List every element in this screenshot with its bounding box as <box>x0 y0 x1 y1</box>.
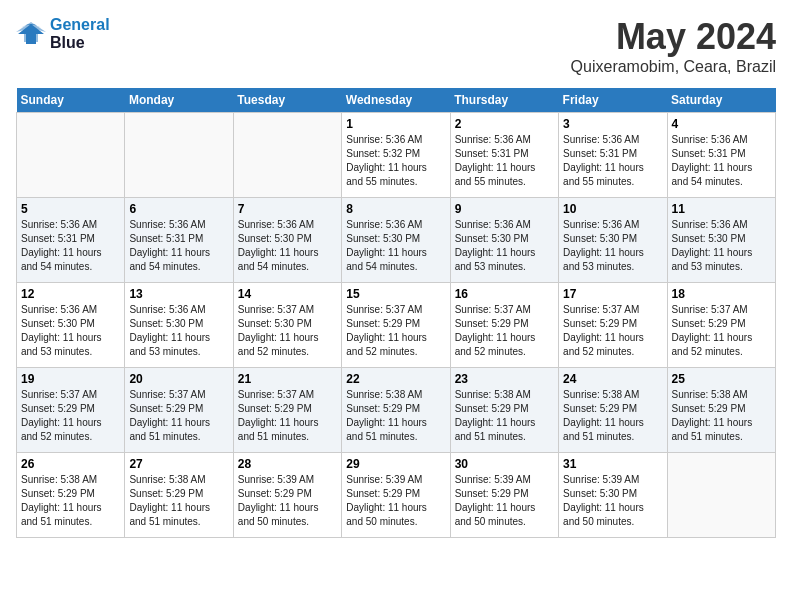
day-number: 14 <box>238 287 337 301</box>
day-number: 13 <box>129 287 228 301</box>
day-number: 23 <box>455 372 554 386</box>
day-number: 24 <box>563 372 662 386</box>
calendar-cell: 6Sunrise: 5:36 AMSunset: 5:31 PMDaylight… <box>125 198 233 283</box>
day-info: Sunrise: 5:37 AMSunset: 5:29 PMDaylight:… <box>238 388 337 444</box>
calendar-cell: 7Sunrise: 5:36 AMSunset: 5:30 PMDaylight… <box>233 198 341 283</box>
calendar-cell: 15Sunrise: 5:37 AMSunset: 5:29 PMDayligh… <box>342 283 450 368</box>
month-title: May 2024 <box>571 16 776 58</box>
day-info: Sunrise: 5:39 AMSunset: 5:29 PMDaylight:… <box>238 473 337 529</box>
day-number: 29 <box>346 457 445 471</box>
calendar-cell: 31Sunrise: 5:39 AMSunset: 5:30 PMDayligh… <box>559 453 667 538</box>
day-info: Sunrise: 5:36 AMSunset: 5:31 PMDaylight:… <box>455 133 554 189</box>
weekday-header: Monday <box>125 88 233 113</box>
day-number: 19 <box>21 372 120 386</box>
day-number: 5 <box>21 202 120 216</box>
calendar-cell: 22Sunrise: 5:38 AMSunset: 5:29 PMDayligh… <box>342 368 450 453</box>
day-number: 8 <box>346 202 445 216</box>
calendar-cell: 20Sunrise: 5:37 AMSunset: 5:29 PMDayligh… <box>125 368 233 453</box>
calendar-cell: 13Sunrise: 5:36 AMSunset: 5:30 PMDayligh… <box>125 283 233 368</box>
day-info: Sunrise: 5:38 AMSunset: 5:29 PMDaylight:… <box>672 388 771 444</box>
calendar-cell: 27Sunrise: 5:38 AMSunset: 5:29 PMDayligh… <box>125 453 233 538</box>
day-info: Sunrise: 5:36 AMSunset: 5:30 PMDaylight:… <box>346 218 445 274</box>
calendar-cell: 12Sunrise: 5:36 AMSunset: 5:30 PMDayligh… <box>17 283 125 368</box>
day-number: 11 <box>672 202 771 216</box>
calendar-week-row: 12Sunrise: 5:36 AMSunset: 5:30 PMDayligh… <box>17 283 776 368</box>
day-info: Sunrise: 5:36 AMSunset: 5:30 PMDaylight:… <box>455 218 554 274</box>
logo-line1: General <box>50 16 110 34</box>
day-number: 28 <box>238 457 337 471</box>
day-info: Sunrise: 5:37 AMSunset: 5:29 PMDaylight:… <box>455 303 554 359</box>
day-info: Sunrise: 5:36 AMSunset: 5:31 PMDaylight:… <box>21 218 120 274</box>
day-info: Sunrise: 5:37 AMSunset: 5:29 PMDaylight:… <box>346 303 445 359</box>
calendar-cell: 19Sunrise: 5:37 AMSunset: 5:29 PMDayligh… <box>17 368 125 453</box>
logo-text: General Blue <box>50 16 110 51</box>
calendar-cell: 25Sunrise: 5:38 AMSunset: 5:29 PMDayligh… <box>667 368 775 453</box>
day-number: 7 <box>238 202 337 216</box>
calendar-week-row: 26Sunrise: 5:38 AMSunset: 5:29 PMDayligh… <box>17 453 776 538</box>
day-number: 12 <box>21 287 120 301</box>
day-number: 3 <box>563 117 662 131</box>
calendar-header-row: SundayMondayTuesdayWednesdayThursdayFrid… <box>17 88 776 113</box>
day-number: 9 <box>455 202 554 216</box>
logo-icon <box>16 20 46 48</box>
page-header: General Blue May 2024 Quixeramobim, Cear… <box>16 16 776 76</box>
day-info: Sunrise: 5:38 AMSunset: 5:29 PMDaylight:… <box>455 388 554 444</box>
calendar-cell: 2Sunrise: 5:36 AMSunset: 5:31 PMDaylight… <box>450 113 558 198</box>
day-number: 30 <box>455 457 554 471</box>
calendar-cell: 30Sunrise: 5:39 AMSunset: 5:29 PMDayligh… <box>450 453 558 538</box>
calendar-week-row: 19Sunrise: 5:37 AMSunset: 5:29 PMDayligh… <box>17 368 776 453</box>
day-number: 31 <box>563 457 662 471</box>
day-info: Sunrise: 5:38 AMSunset: 5:29 PMDaylight:… <box>346 388 445 444</box>
calendar-cell: 14Sunrise: 5:37 AMSunset: 5:30 PMDayligh… <box>233 283 341 368</box>
day-info: Sunrise: 5:37 AMSunset: 5:29 PMDaylight:… <box>21 388 120 444</box>
calendar-cell: 10Sunrise: 5:36 AMSunset: 5:30 PMDayligh… <box>559 198 667 283</box>
day-info: Sunrise: 5:36 AMSunset: 5:31 PMDaylight:… <box>672 133 771 189</box>
calendar-table: SundayMondayTuesdayWednesdayThursdayFrid… <box>16 88 776 538</box>
day-number: 27 <box>129 457 228 471</box>
location-title: Quixeramobim, Ceara, Brazil <box>571 58 776 76</box>
day-number: 2 <box>455 117 554 131</box>
calendar-cell <box>125 113 233 198</box>
calendar-cell <box>233 113 341 198</box>
day-number: 25 <box>672 372 771 386</box>
day-info: Sunrise: 5:39 AMSunset: 5:29 PMDaylight:… <box>455 473 554 529</box>
calendar-cell: 28Sunrise: 5:39 AMSunset: 5:29 PMDayligh… <box>233 453 341 538</box>
day-number: 18 <box>672 287 771 301</box>
day-info: Sunrise: 5:39 AMSunset: 5:29 PMDaylight:… <box>346 473 445 529</box>
day-info: Sunrise: 5:36 AMSunset: 5:31 PMDaylight:… <box>129 218 228 274</box>
calendar-cell: 16Sunrise: 5:37 AMSunset: 5:29 PMDayligh… <box>450 283 558 368</box>
weekday-header: Saturday <box>667 88 775 113</box>
day-number: 6 <box>129 202 228 216</box>
logo-line2: Blue <box>50 34 110 52</box>
day-info: Sunrise: 5:37 AMSunset: 5:29 PMDaylight:… <box>563 303 662 359</box>
day-number: 17 <box>563 287 662 301</box>
day-number: 26 <box>21 457 120 471</box>
calendar-cell: 21Sunrise: 5:37 AMSunset: 5:29 PMDayligh… <box>233 368 341 453</box>
day-info: Sunrise: 5:36 AMSunset: 5:30 PMDaylight:… <box>672 218 771 274</box>
calendar-cell: 26Sunrise: 5:38 AMSunset: 5:29 PMDayligh… <box>17 453 125 538</box>
calendar-cell: 9Sunrise: 5:36 AMSunset: 5:30 PMDaylight… <box>450 198 558 283</box>
calendar-cell: 4Sunrise: 5:36 AMSunset: 5:31 PMDaylight… <box>667 113 775 198</box>
calendar-cell: 5Sunrise: 5:36 AMSunset: 5:31 PMDaylight… <box>17 198 125 283</box>
day-info: Sunrise: 5:36 AMSunset: 5:30 PMDaylight:… <box>238 218 337 274</box>
calendar-cell: 29Sunrise: 5:39 AMSunset: 5:29 PMDayligh… <box>342 453 450 538</box>
calendar-week-row: 1Sunrise: 5:36 AMSunset: 5:32 PMDaylight… <box>17 113 776 198</box>
day-info: Sunrise: 5:38 AMSunset: 5:29 PMDaylight:… <box>129 473 228 529</box>
day-info: Sunrise: 5:38 AMSunset: 5:29 PMDaylight:… <box>563 388 662 444</box>
weekday-header: Thursday <box>450 88 558 113</box>
day-info: Sunrise: 5:36 AMSunset: 5:30 PMDaylight:… <box>21 303 120 359</box>
day-info: Sunrise: 5:37 AMSunset: 5:29 PMDaylight:… <box>672 303 771 359</box>
day-number: 1 <box>346 117 445 131</box>
calendar-cell <box>17 113 125 198</box>
day-number: 21 <box>238 372 337 386</box>
weekday-header: Tuesday <box>233 88 341 113</box>
calendar-cell: 8Sunrise: 5:36 AMSunset: 5:30 PMDaylight… <box>342 198 450 283</box>
day-info: Sunrise: 5:37 AMSunset: 5:30 PMDaylight:… <box>238 303 337 359</box>
day-info: Sunrise: 5:39 AMSunset: 5:30 PMDaylight:… <box>563 473 662 529</box>
day-number: 10 <box>563 202 662 216</box>
day-number: 4 <box>672 117 771 131</box>
weekday-header: Sunday <box>17 88 125 113</box>
day-info: Sunrise: 5:36 AMSunset: 5:32 PMDaylight:… <box>346 133 445 189</box>
day-number: 16 <box>455 287 554 301</box>
calendar-cell: 1Sunrise: 5:36 AMSunset: 5:32 PMDaylight… <box>342 113 450 198</box>
